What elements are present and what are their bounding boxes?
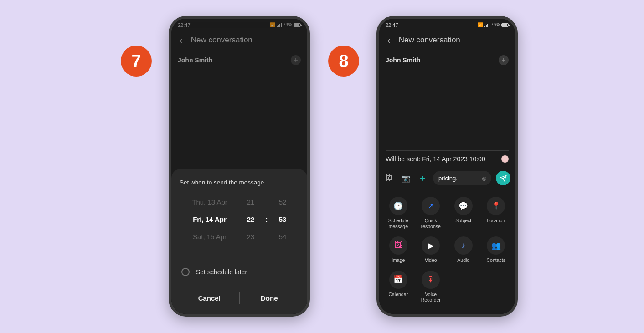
attach-item-audio[interactable]: ♪Audio (448, 236, 479, 263)
recipient-name: John Smith (386, 56, 420, 64)
date-selected[interactable]: Fri, 14 Apr (193, 213, 227, 225)
attach-item-calendar[interactable]: 📅Calendar (383, 271, 414, 303)
audio-icon: ♪ (454, 236, 473, 255)
add-recipient-button[interactable]: ＋ (291, 55, 301, 65)
attachment-grid: 🕑Schedule message↗Quick response💬Subject… (379, 191, 515, 314)
status-icons: 📶 79% (478, 22, 509, 27)
attach-label: Contacts (487, 257, 505, 263)
step-badge-8: 8 (328, 46, 359, 77)
date-prev[interactable]: Thu, 13 Apr (192, 196, 227, 208)
schedule-later-radio[interactable] (181, 268, 190, 276)
min-prev[interactable]: 52 (279, 196, 287, 208)
recipient-name: John Smith (178, 56, 212, 64)
location-icon: 📍 (487, 197, 505, 215)
attach-plus-button[interactable]: ＋ (417, 171, 428, 185)
attach-label: Location (487, 218, 505, 224)
attach-item-contacts[interactable]: 👥Contacts (481, 236, 512, 263)
calendar-icon: 📅 (389, 271, 407, 289)
battery-icon (501, 23, 509, 27)
attach-item-video[interactable]: ▶Video (416, 236, 447, 263)
conversation-body (379, 68, 515, 150)
header-title: New conversation (191, 36, 252, 45)
send-button[interactable] (496, 171, 510, 185)
attach-item-location[interactable]: 📍Location (481, 197, 512, 229)
emoji-icon[interactable]: ☺ (481, 174, 488, 182)
scheduled-send-label: Will be sent: Fri, 14 Apr 2023 10:00 (386, 155, 485, 163)
voice-recorder-icon: 🎙 (422, 271, 440, 289)
hour-next[interactable]: 23 (247, 231, 255, 242)
status-time: 22:47 (386, 22, 398, 28)
attach-label: Audio (457, 257, 469, 263)
contacts-icon: 👥 (487, 236, 505, 255)
back-button[interactable]: ‹ (178, 33, 185, 47)
attach-label: Schedule message (383, 218, 414, 229)
attach-label: Quick response (416, 218, 447, 229)
quick-response-icon: ↗ (422, 197, 440, 215)
status-bar: 22:47 📶 79% (171, 19, 307, 30)
status-time: 22:47 (178, 22, 191, 28)
min-selected[interactable]: 53 (279, 213, 287, 225)
wifi-icon: 📶 (478, 22, 483, 27)
schedule-sheet: Set when to send the message Thu, 13 Apr… (171, 169, 307, 314)
attach-item-schedule-message[interactable]: 🕑Schedule message (383, 197, 414, 229)
hour-selected[interactable]: 22 (247, 213, 255, 225)
gallery-icon[interactable]: 🖼 (384, 172, 395, 184)
battery-icon (294, 23, 301, 27)
sheet-title: Set when to send the message (180, 179, 299, 186)
message-input[interactable]: pricing. ☺ (433, 171, 491, 185)
phone-8: 22:47 📶 79% ‹ New conversation John Smit… (376, 16, 518, 317)
cancel-button[interactable]: Cancel (180, 289, 239, 307)
header-title: New conversation (399, 36, 460, 45)
camera-icon[interactable]: 📷 (399, 172, 412, 184)
step-badge-7: 7 (121, 46, 152, 77)
wifi-icon: 📶 (270, 22, 275, 27)
phone-7: 22:47 📶 79% ‹ New conversation John Smit… (169, 16, 310, 317)
time-separator: : (266, 213, 268, 225)
attach-label: Voice Recorder (416, 292, 447, 303)
battery-label: 79% (491, 22, 500, 27)
schedule-message-icon: 🕑 (389, 197, 407, 215)
datetime-picker[interactable]: Thu, 13 Apr Fri, 14 Apr Sat, 15 Apr 21 2… (180, 196, 299, 242)
attach-label: Subject (455, 218, 471, 224)
signal-icon (484, 23, 489, 27)
status-bar: 22:47 📶 79% (379, 19, 515, 30)
status-icons: 📶 79% (270, 22, 301, 27)
attach-label: Image (392, 257, 405, 263)
image-icon: 🖼 (389, 236, 407, 255)
signal-icon (277, 23, 282, 27)
schedule-later-label: Set schedule later (196, 268, 247, 276)
battery-label: 79% (283, 22, 292, 27)
message-input-value: pricing. (438, 175, 458, 182)
attach-item-image[interactable]: 🖼Image (383, 236, 414, 263)
add-recipient-button[interactable]: ＋ (499, 55, 509, 65)
attach-item-voice-recorder[interactable]: 🎙Voice Recorder (416, 271, 447, 303)
done-button[interactable]: Done (240, 289, 299, 307)
back-button[interactable]: ‹ (386, 33, 392, 47)
remove-schedule-button[interactable]: − (501, 155, 509, 163)
attach-label: Video (425, 257, 437, 263)
min-next[interactable]: 54 (279, 231, 287, 242)
attach-item-quick-response[interactable]: ↗Quick response (416, 197, 447, 229)
date-next[interactable]: Sat, 15 Apr (193, 231, 227, 242)
attach-item-subject[interactable]: 💬Subject (448, 197, 479, 229)
attach-label: Calendar (388, 292, 408, 297)
subject-icon: 💬 (454, 197, 473, 215)
hour-prev[interactable]: 21 (247, 196, 255, 208)
video-icon: ▶ (422, 236, 440, 255)
